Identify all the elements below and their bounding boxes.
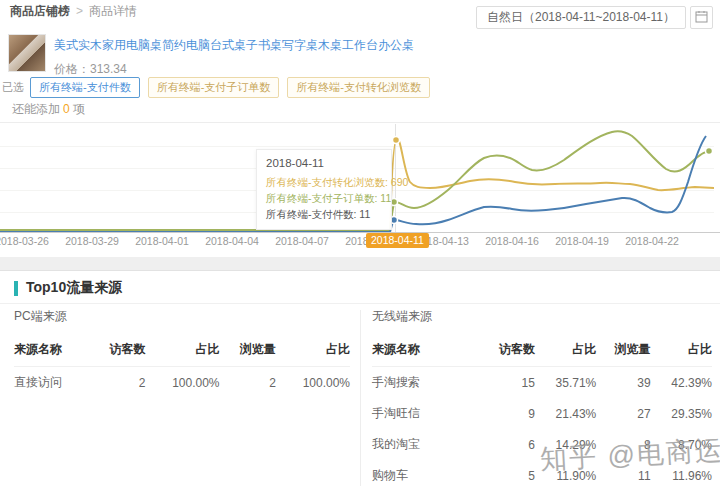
column-header: 访客数 — [89, 335, 145, 367]
column-header: 占比 — [276, 335, 350, 367]
tables-vertical-divider — [360, 310, 361, 486]
table-cell: 2 — [220, 367, 276, 399]
column-header: 浏览量 — [220, 335, 276, 367]
column-header: 来源名称 — [372, 335, 481, 367]
section-accent-bar — [14, 281, 18, 296]
table-cell: 手淘旺信 — [372, 398, 481, 429]
add-metric-remaining-count: 0 — [63, 102, 70, 116]
table-row[interactable]: 手淘旺信921.43%2729.35% — [372, 398, 712, 429]
column-header: 占比 — [145, 335, 219, 367]
chart-tooltip: 2018-04-11 所有终端-支付转化浏览数: 690所有终端-支付子订单数:… — [256, 149, 392, 230]
x-tick-label: 2018-04-16 — [477, 235, 547, 247]
product-title-link[interactable]: 美式实木家用电脑桌简约电脑台式桌子书桌写字桌木桌工作台办公桌 — [54, 37, 414, 54]
table-cell: 9 — [481, 398, 535, 429]
x-tick-label: 2018-04-07 — [267, 235, 337, 247]
table-cell: 35.71% — [535, 367, 596, 399]
tooltip-date: 2018-04-11 — [266, 157, 382, 169]
x-tick-label: 2018-04-04 — [197, 235, 267, 247]
breadcrumb-item-detail: 商品详情 — [89, 4, 137, 18]
calendar-icon — [695, 10, 708, 26]
column-header: 访客数 — [481, 335, 535, 367]
table-cell: 手淘搜索 — [372, 367, 481, 399]
tooltip-row: 所有终端-支付转化浏览数: 690 — [266, 174, 382, 190]
tooltip-rows: 所有终端-支付转化浏览数: 690所有终端-支付子订单数: 11所有终端-支付件… — [266, 174, 382, 222]
highlight-dot-pageviews — [393, 137, 400, 144]
wireless-table-title: 无线端来源 — [372, 308, 712, 325]
column-header: 占比 — [535, 335, 596, 367]
table-cell: 6 — [481, 429, 535, 460]
x-tick-label: 2018-04-01 — [127, 235, 197, 247]
tooltip-row: 所有终端-支付子订单数: 11 — [266, 190, 382, 206]
table-cell: 2 — [89, 367, 145, 399]
table-cell: 29.35% — [651, 398, 712, 429]
metric-chip-0[interactable]: 所有终端-支付件数 — [30, 77, 140, 98]
table-cell: 15 — [481, 367, 535, 399]
column-header: 浏览量 — [596, 335, 650, 367]
product-price-value: 313.34 — [90, 62, 127, 76]
table-cell: 100.00% — [145, 367, 219, 399]
x-tick-label: 2018-04-19 — [547, 235, 617, 247]
table-cell: 39 — [596, 367, 650, 399]
x-tick-label: 2018-03-29 — [57, 235, 127, 247]
add-metric-hint: 还能添加0项 — [12, 101, 85, 118]
section-title: Top10流量来源 — [26, 279, 122, 297]
pc-table-title: PC端来源 — [14, 308, 350, 325]
table-cell: 27 — [596, 398, 650, 429]
column-header: 来源名称 — [14, 335, 89, 367]
product-price: 价格：313.34 — [54, 61, 127, 78]
tooltip-row: 所有终端-支付件数: 11 — [266, 206, 382, 222]
page: 商品店铺榜>商品详情 美式实木家用电脑桌简约电脑台式桌子书桌写字桌木桌工作台办公… — [0, 0, 720, 486]
table-cell: 21.43% — [535, 398, 596, 429]
x-axis-ticks: 2018-03-262018-03-292018-04-012018-04-04… — [0, 235, 720, 249]
product-thumbnail[interactable] — [8, 34, 46, 72]
selected-date-badge[interactable]: 2018-04-11 — [366, 233, 429, 248]
pc-traffic-table: PC端来源 来源名称访客数占比浏览量占比直接访问2100.00%2100.00% — [14, 308, 350, 398]
breadcrumb: 商品店铺榜>商品详情 — [10, 3, 137, 20]
table-row[interactable]: 直接访问2100.00%2100.00% — [14, 367, 350, 399]
table-cell: 42.39% — [651, 367, 712, 399]
breadcrumb-separator: > — [76, 4, 83, 18]
date-range-selector[interactable]: 自然日（2018-04-11~2018-04-11） — [476, 6, 686, 29]
pc-sources-table[interactable]: 来源名称访客数占比浏览量占比直接访问2100.00%2100.00% — [14, 335, 350, 398]
table-cell: 100.00% — [276, 367, 350, 399]
calendar-button[interactable] — [690, 6, 713, 29]
column-header: 占比 — [651, 335, 712, 367]
selected-metrics-label: 已选 — [2, 80, 24, 95]
x-tick-label: 2018-03-26 — [0, 235, 57, 247]
endpoint-dot-suborders — [706, 148, 713, 155]
metric-chip-list: 所有终端-支付件数所有终端-支付子订单数所有终端-支付转化浏览数 — [30, 77, 438, 98]
table-cell: 购物车 — [372, 460, 481, 486]
section-gap — [0, 257, 720, 270]
table-cell: 5 — [481, 460, 535, 486]
table-cell: 直接访问 — [14, 367, 89, 399]
traffic-section-header: Top10流量来源 — [14, 279, 122, 297]
x-axis-line — [0, 232, 720, 233]
chart-top-divider — [0, 122, 720, 123]
section-divider — [0, 303, 720, 304]
table-cell: 我的淘宝 — [372, 429, 481, 460]
metric-chip-2[interactable]: 所有终端-支付转化浏览数 — [287, 77, 430, 98]
x-tick-label: 2018-04-22 — [617, 235, 687, 247]
breadcrumb-item-ranking[interactable]: 商品店铺榜 — [10, 4, 70, 18]
table-row[interactable]: 手淘搜索1535.71%3942.39% — [372, 367, 712, 399]
metric-chip-1[interactable]: 所有终端-支付子订单数 — [148, 77, 280, 98]
metric-chip-row: 已选 所有终端-支付件数所有终端-支付子订单数所有终端-支付转化浏览数 — [2, 77, 438, 98]
